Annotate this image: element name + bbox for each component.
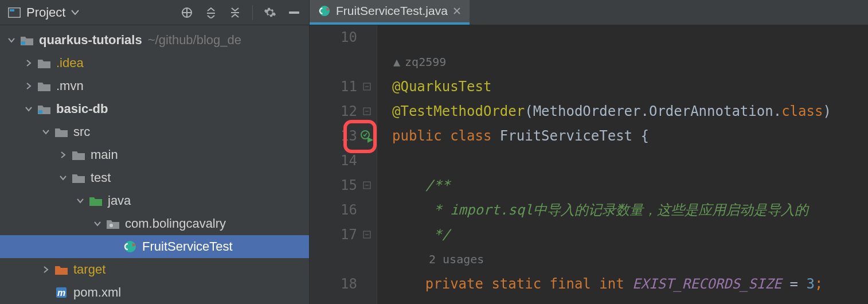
chevron-right-icon[interactable] (57, 149, 69, 161)
line-number: 13 (341, 128, 357, 144)
project-tree: quarkus-tutorials ~/github/blog_de .idea… (0, 25, 309, 304)
chevron-down-icon[interactable] (75, 195, 86, 206)
fold-toggle-icon[interactable] (363, 83, 372, 92)
code-line: */ (392, 223, 868, 247)
chevron-right-icon[interactable] (23, 57, 34, 69)
folder-icon (37, 81, 52, 91)
line-number: 12 (341, 103, 357, 119)
test-class-icon (319, 5, 330, 17)
line-number: 11 (341, 79, 357, 95)
chevron-down-icon (71, 10, 79, 15)
tree-node-label: FruitServiceTest (142, 239, 233, 254)
run-test-gutter-icon[interactable] (361, 130, 373, 143)
tree-node-label: src (73, 124, 90, 139)
gutter-line[interactable]: 10 (310, 25, 357, 50)
gutter-usages-spacer (310, 247, 357, 272)
project-panel: Project (0, 0, 310, 304)
separator (252, 5, 253, 20)
tree-node-pom[interactable]: m pom.xml (0, 281, 309, 304)
settings-button[interactable] (261, 3, 279, 22)
chevron-right-icon[interactable] (23, 80, 34, 92)
chevron-down-icon[interactable] (40, 126, 52, 138)
chevron-down-icon[interactable] (23, 103, 34, 115)
tree-node-basic-db[interactable]: basic-db (0, 98, 309, 120)
code-line (392, 149, 868, 173)
tree-node-label: basic-db (56, 102, 108, 116)
folder-icon (37, 58, 52, 68)
code-content[interactable]: ▲zq2599 @QuarkusTest @TestMethodOrder(Me… (377, 25, 868, 304)
gutter-line[interactable]: 12 (310, 99, 357, 124)
expand-all-button[interactable] (202, 3, 220, 22)
line-number: 10 (341, 29, 357, 45)
author-inlay[interactable]: ▲zq2599 (392, 50, 868, 75)
tree-node-label: main (91, 147, 118, 162)
tree-node-test[interactable]: test (0, 166, 309, 189)
select-opened-file-button[interactable] (178, 3, 196, 22)
gutter-line[interactable]: 17 (310, 223, 357, 247)
gutter-line[interactable]: 11 (310, 75, 357, 99)
code-editor[interactable]: 10 11 12 13 14 15 16 (310, 25, 868, 304)
svg-point-11 (124, 241, 136, 252)
editor-tab-active[interactable]: FruitServiceTest.java (310, 0, 470, 25)
usages-text: 2 usages (429, 252, 484, 266)
svg-marker-22 (367, 137, 373, 143)
code-line: @QuarkusTest (392, 75, 868, 99)
code-line: /** (392, 173, 868, 198)
code-line: public class FruitServiceTest { (392, 124, 868, 149)
code-line (392, 25, 868, 50)
tree-node-package[interactable]: com.bolingcavalry (0, 212, 309, 235)
chevron-right-icon[interactable] (40, 264, 52, 275)
hide-panel-button[interactable] (285, 3, 303, 22)
chevron-down-icon[interactable] (6, 34, 17, 46)
line-number: 15 (341, 177, 357, 193)
chevron-down-icon[interactable] (57, 172, 69, 184)
tree-node-java[interactable]: java (0, 189, 309, 212)
fold-toggle-icon[interactable] (363, 231, 372, 240)
tree-node-label: test (91, 170, 111, 185)
folder-icon (54, 127, 69, 137)
svg-rect-9 (38, 110, 42, 114)
project-view-selector[interactable]: Project (8, 5, 79, 20)
folder-icon (71, 173, 86, 183)
gutter-author-spacer (310, 50, 357, 75)
tree-node-class-selected[interactable]: FruitServiceTest (0, 235, 309, 258)
gutter-line[interactable]: 18 (310, 272, 357, 297)
tree-node-src[interactable]: src (0, 120, 309, 143)
tree-root[interactable]: quarkus-tutorials ~/github/blog_de (0, 29, 309, 52)
editor-area: FruitServiceTest.java 10 11 12 13 (310, 0, 868, 304)
line-number: 17 (341, 227, 357, 243)
package-icon (105, 219, 120, 229)
tree-node-label: target (73, 262, 105, 277)
tree-node-label: quarkus-tutorials (39, 33, 142, 48)
tree-node-label: pom.xml (73, 285, 121, 300)
excluded-folder-icon (54, 264, 69, 275)
maven-file-icon: m (54, 286, 69, 299)
editor-gutter: 10 11 12 13 14 15 16 (310, 25, 377, 304)
line-number: 14 (341, 153, 357, 169)
gutter-line[interactable]: 16 (310, 198, 357, 223)
svg-rect-7 (289, 11, 299, 14)
tree-node-idea[interactable]: .idea (0, 52, 309, 75)
fold-toggle-icon[interactable] (363, 107, 372, 116)
folder-icon (71, 150, 86, 160)
test-class-icon (123, 240, 138, 253)
gutter-line[interactable]: 13 (310, 124, 357, 149)
module-folder-icon (37, 104, 52, 114)
tree-node-mvn[interactable]: .mvn (0, 75, 309, 98)
svg-text:m: m (57, 288, 65, 298)
module-folder-icon (19, 35, 34, 45)
usages-inlay[interactable]: 2 usages (392, 247, 868, 272)
editor-tab-bar: FruitServiceTest.java (310, 0, 868, 25)
tree-node-target[interactable]: target (0, 258, 309, 281)
svg-rect-1 (10, 9, 14, 11)
chevron-down-icon[interactable] (92, 218, 103, 229)
fold-toggle-icon[interactable] (363, 181, 372, 190)
collapse-all-button[interactable] (226, 3, 244, 22)
gutter-line[interactable]: 15 (310, 173, 357, 198)
close-tab-button[interactable] (453, 7, 460, 14)
test-source-folder-icon (88, 196, 103, 206)
line-number: 16 (341, 202, 357, 218)
tree-node-main[interactable]: main (0, 143, 309, 166)
svg-point-10 (110, 224, 113, 227)
gutter-line[interactable]: 14 (310, 149, 357, 173)
